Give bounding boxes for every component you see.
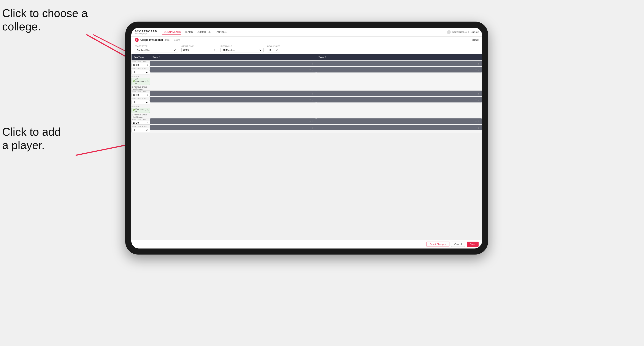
team1-cell-2: × ⋮ × ⋮: [150, 91, 316, 118]
player-slot-t2-1-1[interactable]: × ⋮: [316, 61, 482, 66]
player-more-btn-2[interactable]: ⋮: [312, 69, 314, 71]
start-time-input[interactable]: [183, 48, 213, 51]
group-size-select[interactable]: 3: [269, 48, 278, 52]
back-button[interactable]: < Back: [471, 39, 478, 41]
player-slot-t1-1-1[interactable]: × ⋮: [150, 61, 316, 66]
player-t2-more-2[interactable]: ⋮: [478, 69, 480, 71]
player-more-btn-5[interactable]: ⋮: [312, 120, 314, 123]
intervals-control[interactable]: 10 Minutes: [220, 48, 264, 52]
remove-group-btn-1[interactable]: ⊖ Remove Group: [132, 86, 150, 88]
main-nav: TOURNAMENTS TEAMS COMMITTEE RANKINGS: [162, 30, 447, 34]
header-user-area: blair@clippd.io | Sign out: [447, 30, 478, 34]
player-slot-actions-6: × ⋮: [310, 126, 314, 129]
player-slot-t2-actions-4: × ⋮: [475, 99, 480, 101]
cancel-button[interactable]: Cancel: [451, 242, 465, 247]
hole-select-3[interactable]: 1: [132, 128, 150, 132]
player-t2-remove-4[interactable]: ×: [475, 99, 477, 101]
table-row: STARTING TIME: ⏱ STARTING HOLE: 1: [132, 118, 482, 133]
powered-by-text: Powered by clippd: [135, 33, 157, 34]
hole-value-2[interactable]: 1: [133, 101, 148, 104]
player-t2-more-1[interactable]: ⋮: [478, 62, 480, 65]
time-value-3[interactable]: [133, 121, 146, 124]
player-slot-t1-3-1[interactable]: × ⋮: [150, 118, 316, 124]
player-remove-btn-5[interactable]: ×: [310, 120, 311, 123]
intervals-label: Intervals: [220, 45, 264, 47]
start-type-select[interactable]: 1st Tee Start: [136, 48, 176, 52]
player-t2-more-3[interactable]: ⋮: [478, 92, 480, 95]
time-icon-1: ⏱: [147, 64, 148, 66]
player-remove-btn-1[interactable]: ×: [310, 62, 311, 65]
footer-actions: Reset Changes Cancel Save: [131, 240, 482, 248]
start-time-control[interactable]: ⏱: [182, 48, 217, 52]
player-t2-remove-3[interactable]: ×: [475, 92, 477, 95]
player-slot-t2-actions-5: × ⋮: [475, 120, 480, 123]
player-slot-t1-2-1[interactable]: × ⋮: [150, 91, 316, 96]
course-edit-1[interactable]: ✎: [147, 80, 149, 82]
hole-value-3[interactable]: 1: [133, 129, 148, 132]
start-type-control[interactable]: 1st Tee Start: [135, 48, 178, 52]
col-team2: Team 2: [316, 54, 482, 61]
course-label-1: COURSE:: [132, 75, 150, 77]
player-more-btn-6[interactable]: ⋮: [312, 126, 314, 129]
player-t2-more-6[interactable]: ⋮: [478, 126, 480, 129]
player-t2-more-4[interactable]: ⋮: [478, 99, 480, 101]
starting-time-input-1[interactable]: ⏱: [132, 63, 150, 67]
player-slot-t2-2-2[interactable]: × ⋮: [316, 97, 482, 102]
player-slot-t1-2-2[interactable]: × ⋮: [150, 97, 316, 102]
player-slot-t2-1-2[interactable]: × ⋮: [316, 67, 482, 72]
annotation-college: Click to choose acollege.: [2, 6, 88, 33]
save-button[interactable]: Save: [467, 242, 478, 247]
player-slot-t2-3-1[interactable]: × ⋮: [316, 118, 482, 124]
team1-cell-1: × ⋮ × ⋮: [150, 61, 316, 91]
course-tag-2: 🌿 East Lake GC × ✎: [132, 108, 150, 113]
course-edit-2[interactable]: ✎: [147, 109, 149, 111]
nav-rankings[interactable]: RANKINGS: [215, 30, 227, 34]
player-more-btn-4[interactable]: ⋮: [312, 99, 314, 101]
player-more-btn-3[interactable]: ⋮: [312, 92, 314, 95]
group-size-group: Group Size 3: [267, 45, 280, 52]
player-remove-btn-4[interactable]: ×: [310, 99, 311, 101]
player-remove-btn-3[interactable]: ×: [310, 92, 311, 95]
sign-out-link[interactable]: Sign out: [470, 31, 478, 33]
course-icon-1: 🌿: [132, 80, 135, 82]
tournament-name[interactable]: Clippd Invitational: [140, 38, 163, 41]
time-value-1[interactable]: [133, 64, 146, 66]
player-t2-remove-6[interactable]: ×: [475, 126, 477, 129]
course-remove-1[interactable]: ×: [145, 80, 146, 82]
group-size-control[interactable]: 3: [267, 48, 280, 52]
player-remove-btn-6[interactable]: ×: [310, 126, 311, 129]
course-remove-2[interactable]: ×: [145, 109, 146, 111]
hole-select-2[interactable]: 1: [132, 100, 150, 104]
hole-select-1[interactable]: 1: [132, 70, 150, 74]
player-t2-more-5[interactable]: ⋮: [478, 120, 480, 123]
annotation-college-text: Click to choose acollege.: [2, 7, 88, 33]
add-group-btn-2[interactable]: + Add Group: [132, 116, 150, 118]
player-slot-t1-1-2[interactable]: × ⋮: [150, 67, 316, 72]
player-t2-remove-1[interactable]: ×: [475, 62, 477, 65]
player-slot-t2-3-2[interactable]: × ⋮: [316, 125, 482, 130]
reset-changes-button[interactable]: Reset Changes: [426, 242, 450, 247]
nav-tournaments[interactable]: TOURNAMENTS: [162, 30, 181, 34]
remove-group-btn-2[interactable]: ⊖ Remove Group: [132, 114, 150, 116]
group-actions-1: ⊖ Remove Group + Add Group: [132, 86, 150, 90]
time-value-2[interactable]: [133, 94, 146, 96]
starting-time-input-2[interactable]: ⏱: [132, 93, 150, 97]
player-more-btn-1[interactable]: ⋮: [312, 62, 314, 65]
intervals-select[interactable]: 10 Minutes: [222, 48, 262, 52]
player-remove-btn-2[interactable]: ×: [310, 69, 311, 71]
player-slot-t2-2-1[interactable]: × ⋮: [316, 91, 482, 96]
nav-teams[interactable]: TEAMS: [185, 30, 193, 34]
add-group-btn-1[interactable]: + Add Group: [132, 88, 150, 90]
tee-sheet-table-container: Tee Time Team 1 Team 2 STARTING TIME:: [131, 54, 482, 240]
tablet-device: SCOREBOARD Powered by clippd TOURNAMENTS…: [125, 21, 488, 255]
hole-value-1[interactable]: 1: [133, 71, 148, 74]
player-t2-remove-2[interactable]: ×: [475, 69, 477, 71]
team1-cell-3: × ⋮ × ⋮: [150, 118, 316, 133]
starting-time-input-3[interactable]: ⏱: [132, 121, 150, 125]
starting-hole-label-1: STARTING HOLE:: [132, 68, 150, 70]
nav-committee[interactable]: COMMITTEE: [197, 30, 211, 34]
starting-time-label-1: STARTING TIME:: [132, 61, 150, 63]
player-t2-remove-5[interactable]: ×: [475, 120, 477, 123]
start-type-label: Start Type: [135, 45, 178, 47]
player-slot-t1-3-2[interactable]: × ⋮: [150, 125, 316, 130]
